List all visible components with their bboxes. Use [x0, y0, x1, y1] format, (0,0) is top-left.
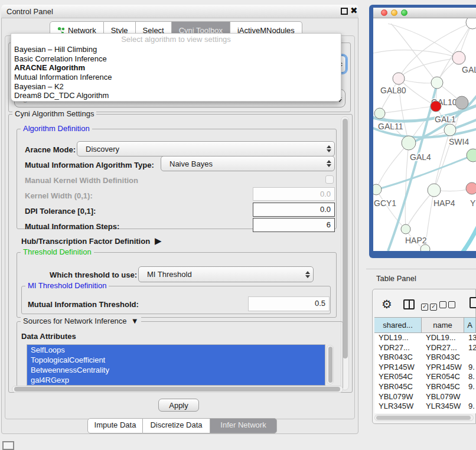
network-node[interactable] — [420, 244, 430, 251]
sources-group-title[interactable]: Sources for Network Inference ▼ — [21, 317, 141, 325]
dropdown-item[interactable]: ARACNE Algorithm — [11, 63, 341, 73]
divider — [366, 269, 476, 269]
attribute-list-item[interactable]: BetweennessCentrality — [27, 365, 325, 375]
node-label: GAL1 — [435, 115, 456, 124]
attribute-list-item[interactable]: gal4RGexp — [27, 375, 325, 385]
float-panel-icon[interactable] — [341, 8, 348, 15]
network-node[interactable] — [467, 149, 476, 162]
kernel-width-field[interactable]: 0.0 — [253, 187, 335, 201]
which-threshold-combobox[interactable]: MI Threshold — [138, 266, 314, 282]
network-node-y[interactable] — [466, 182, 476, 194]
control-panel-titlebar[interactable]: Control Panel — [1, 5, 358, 18]
algorithm-definition-title: Algorithm Definition — [21, 125, 92, 133]
dropdown-item[interactable]: Basic Correlation Inference — [11, 54, 341, 64]
scrollbar-thumb[interactable] — [14, 387, 340, 392]
network-node-gcy1[interactable] — [373, 184, 382, 195]
node-label: GCY1 — [374, 198, 396, 208]
data-attributes-label: Data Attributes — [21, 332, 76, 341]
which-threshold-label: Which threshold to use: — [50, 270, 137, 279]
settings-horizontal-scrollbar[interactable] — [12, 386, 343, 393]
attribute-list-item[interactable]: SelfLoops — [27, 345, 325, 355]
network-node-gal1[interactable] — [431, 101, 441, 112]
table-header: shared...nameA — [374, 317, 476, 333]
network-edge — [376, 143, 409, 190]
dropdown-item[interactable]: Dream8 DC_TDC Algorithm — [11, 91, 341, 100]
network-window-titlebar[interactable] — [373, 8, 476, 18]
table-row[interactable]: YBR043CYBR043C — [374, 353, 476, 363]
algorithm-dropdown-popup: Select algorithm to view settings Bayesi… — [11, 33, 341, 102]
network-node[interactable] — [455, 96, 468, 109]
gear-icon[interactable]: ⚙ — [382, 297, 392, 311]
control-panel-title: Control Panel — [6, 7, 53, 16]
deselect-all-icon[interactable] — [439, 301, 457, 310]
mi-steps-field[interactable]: 6 — [253, 218, 335, 232]
dropdown-item[interactable]: Bayesian – K2 — [11, 82, 341, 92]
node-label: GAL80 — [380, 86, 406, 95]
hub-definition-toggle[interactable]: Hub/Transcription Factor Definition ▶ — [21, 236, 161, 246]
network-edge — [442, 224, 476, 251]
combo-stepper-icon — [302, 267, 313, 282]
network-node-swi4[interactable] — [444, 124, 456, 136]
columns-icon[interactable] — [403, 299, 415, 309]
network-node-gal11[interactable] — [374, 108, 385, 119]
dpi-tolerance-label: DPI Tolerance [0,1]: — [25, 207, 96, 216]
table-row[interactable]: YBR045CYBR045C9. — [374, 382, 476, 392]
dropdown-item[interactable]: Mutual Information Inference — [11, 73, 341, 82]
column-header-shared[interactable]: shared... — [374, 318, 422, 332]
select-all-icon[interactable]: ✓✓ — [421, 301, 439, 311]
table-row[interactable]: YDL19...YDL19...13 — [374, 333, 476, 343]
dropdown-item[interactable]: Bayesian – Hill Climbing — [11, 45, 341, 54]
bottom-tab-discretize-data[interactable]: Discretize Data — [143, 418, 210, 433]
dropdown-placeholder: Select algorithm to view settings — [11, 34, 341, 45]
table-row[interactable]: YER054CYER054C8. — [374, 372, 476, 382]
docked-panel-icon[interactable] — [2, 441, 14, 450]
mi-threshold-field[interactable]: 0.5 — [248, 296, 330, 311]
manual-kernel-checkbox[interactable] — [325, 175, 334, 184]
network-node-gal80[interactable] — [393, 73, 405, 84]
mi-threshold-group-title: MI Threshold Definition — [25, 282, 109, 290]
table-row[interactable]: YLR345WYLR345W9. — [374, 402, 476, 412]
bottom-tab-impute-data[interactable]: Impute Data — [87, 418, 143, 433]
attribute-list-item[interactable]: TopologicalCoefficient — [27, 355, 325, 365]
network-node[interactable] — [466, 18, 476, 29]
kernel-width-label: Kernel Width (0,1): — [25, 191, 93, 200]
list-vertical-scrollbar[interactable] — [327, 345, 334, 384]
table-panel-title: Table Panel — [376, 274, 416, 283]
dpi-tolerance-field[interactable]: 0.0 — [253, 203, 335, 217]
network-node-hap2[interactable] — [401, 224, 410, 234]
table-horizontal-scrollbar[interactable] — [374, 415, 474, 421]
table-row[interactable]: YBL079WYBL079W — [374, 392, 476, 402]
scrollbar-thumb[interactable] — [343, 119, 348, 358]
document-icon[interactable] — [470, 297, 476, 308]
table-row[interactable]: YIL052CYIL052C9 — [374, 412, 476, 413]
expand-right-icon: ▶ — [152, 236, 162, 246]
bottom-tabs: Impute DataDiscretize DataInfer Network — [87, 418, 277, 433]
data-attributes-list[interactable]: SelfLoopsTopologicalCoefficientBetweenne… — [27, 344, 325, 386]
network-edge — [399, 58, 459, 79]
table-row[interactable]: YPR145WYPR145W9. — [374, 363, 476, 373]
mi-type-combobox[interactable]: Naive Bayes — [161, 156, 335, 171]
scrollbar-thumb[interactable] — [376, 416, 471, 420]
mi-type-label: Mutual Information Algorithm Type: — [25, 161, 154, 169]
aracne-mode-combobox[interactable]: Discovery — [77, 141, 335, 156]
bottom-tab-infer-network[interactable]: Infer Network — [210, 418, 277, 433]
node-label: GAL4 — [410, 152, 431, 162]
network-node-hap4[interactable] — [428, 184, 441, 197]
network-edge — [406, 190, 434, 229]
node-label: SWI4 — [449, 137, 469, 146]
zoom-window-icon[interactable] — [401, 9, 407, 16]
table-row[interactable]: YDR27...YDR27...12 — [374, 343, 476, 353]
minimize-window-icon[interactable] — [391, 9, 397, 16]
network-canvas[interactable]: GALGAL80GAL10GAL1GAL11SWI4GAL4GCY1HAP4YH… — [373, 18, 476, 251]
column-header-A[interactable]: A — [464, 318, 476, 332]
column-header-name[interactable]: name — [422, 318, 464, 332]
network-node-gal[interactable] — [452, 51, 465, 64]
combo-stepper-icon — [323, 156, 334, 171]
scrollbar-thumb[interactable] — [328, 347, 332, 383]
threshold-definition-title: Threshold Definition — [21, 248, 94, 256]
network-node-gal4[interactable] — [402, 136, 416, 150]
close-window-icon[interactable] — [381, 9, 387, 16]
apply-button[interactable]: Apply — [158, 399, 199, 412]
close-panel-icon[interactable]: ✖ — [350, 5, 360, 16]
network-node-gal10[interactable] — [431, 77, 443, 89]
